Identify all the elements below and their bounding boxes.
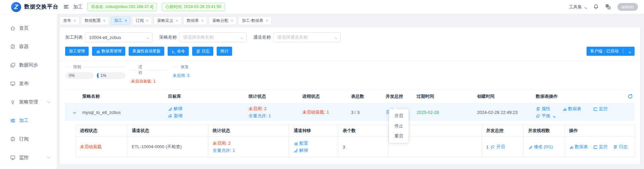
toolset-label: 工具集 (569, 4, 582, 10)
tab-label: 策略分配 (212, 18, 228, 24)
sidebar-item-monitoring[interactable]: 监控 (0, 148, 57, 167)
balance-dropdown[interactable]: 平衡 (536, 113, 618, 119)
table-attr-auto-update-button[interactable]: 表属性自动更新 (129, 47, 164, 56)
monitor-link[interactable]: 监控 (593, 144, 608, 150)
start-toggle-link[interactable]: 开启 (490, 144, 505, 150)
tab-strategy-define[interactable]: 策略定义× (154, 16, 181, 25)
home-icon (10, 26, 15, 31)
brand-logo: Z (11, 2, 21, 12)
chevron-down-icon (552, 114, 555, 118)
link-icon (294, 149, 298, 153)
close-icon[interactable]: × (266, 18, 268, 23)
stat-disabled: 未启用: 2 (213, 140, 235, 146)
channel-name-select[interactable]: 请选择通道名称 (273, 32, 341, 42)
process-status: 未启动装载: 1 (302, 109, 351, 115)
col-create-time: 创建时间 (477, 93, 536, 99)
sidebar-collapse-icon[interactable] (63, 4, 69, 10)
tab-data-table[interactable]: 数据表× (183, 16, 207, 25)
close-icon[interactable]: × (201, 18, 204, 23)
sidebar-item-processing[interactable]: 加工 (0, 111, 57, 130)
sidebar-item-publish[interactable]: 发布 (0, 74, 57, 93)
processing-panel: 加工列表 10004-etl_zcbus 策略名称 请选择策略名称 通道名称 请… (60, 28, 640, 164)
menu-item-restart[interactable]: 重启 (389, 131, 409, 141)
toolbar: 加工管理 数据库管理 表属性自动更新 命令 日志 统计 客户端：已启动 (65, 47, 635, 56)
app-name: 数据交换平台 (24, 3, 58, 10)
col-target-db: 目标库 (168, 93, 249, 99)
tab-data-config[interactable]: 数据配置× (81, 16, 109, 25)
sidebar-item-data-sync[interactable]: 数据同步 (0, 56, 57, 74)
close-icon[interactable]: × (231, 18, 233, 23)
language-switch-icon[interactable] (605, 4, 611, 10)
tab-label: 发布 (63, 18, 71, 24)
client-status-button[interactable]: 客户端：已启动 (587, 47, 635, 56)
menu-item-stop[interactable]: 停止 (389, 121, 409, 131)
process-label: 进程 (138, 64, 145, 76)
channel-name-label: 通道名称 (253, 34, 271, 40)
sidebar-item-home[interactable]: 首页 (0, 19, 57, 37)
user-avatar[interactable]: admin (617, 3, 638, 11)
close-icon[interactable]: × (146, 18, 148, 23)
filter-row: 加工列表 10004-etl_zcbus 策略名称 请选择策略名称 通道名称 请… (65, 32, 635, 42)
link-label: 修改 (0/1) (534, 144, 553, 150)
button-label: 统计 (220, 48, 228, 54)
data-table-link[interactable]: 数据表 (562, 106, 581, 112)
topbar: Z 数据交换平台 加工 容器名: zcbus[zcbus:192.168.37.… (0, 0, 644, 14)
database-manage-button[interactable]: 数据库管理 (92, 47, 125, 56)
bulb-icon (10, 99, 15, 105)
close-icon[interactable]: × (176, 18, 178, 23)
log-button[interactable]: 日志 (192, 47, 213, 56)
start-stop-menu: 开启 停止 重启 (389, 109, 409, 143)
sidebar-item-subscribe[interactable]: 订阅 (0, 130, 57, 148)
document-icon (196, 49, 200, 53)
close-icon[interactable]: × (125, 18, 127, 23)
log-link[interactable]: 日志 (613, 144, 628, 150)
limit-progress-bar-2: 1% (97, 72, 125, 79)
close-icon[interactable]: × (103, 18, 105, 23)
data-table-link[interactable]: 数据表 (569, 144, 588, 150)
tab-strategy-assign[interactable]: 策略分配× (209, 16, 237, 25)
unbind-link[interactable]: 解绑 (168, 106, 249, 112)
notification-bell-icon[interactable] (593, 4, 599, 10)
sidebar-item-label: 容器 (19, 44, 29, 50)
container-badge: 容器名: zcbus[zcbus:192.168.37.4] (87, 3, 157, 11)
tab-processing-data-table[interactable]: 加工-数据表× (239, 16, 271, 25)
button-label: 数据库管理 (101, 48, 122, 54)
link-label: 属性 (542, 106, 550, 112)
table-count: 3 (338, 137, 388, 157)
sidebar-item-label: 策略管理 (19, 99, 38, 105)
file-icon (613, 145, 617, 149)
menu-item-start[interactable]: 开启 (389, 111, 409, 121)
attr-link[interactable]: 属性 (536, 106, 550, 112)
stat-disabled: 未启用: 2 (249, 106, 302, 112)
refresh-icon[interactable] (628, 94, 633, 99)
tab-label: 数据配置 (85, 18, 101, 24)
config-link[interactable]: 配置 (294, 140, 308, 146)
col-table-ops: 数据表操作 (536, 93, 618, 99)
command-button[interactable]: 命令 (168, 47, 189, 56)
process-manage-button[interactable]: 加工管理 (65, 47, 89, 56)
tab-publish[interactable]: 发布× (60, 16, 79, 25)
open-tabs-bar: 发布× 数据配置× 加工× 订阅× 策略定义× 数据表× 策略分配× 加工-数据… (60, 16, 640, 25)
edit-threads-link[interactable]: 修改 (0/1) (528, 144, 553, 150)
link-icon (168, 107, 172, 111)
sidebar-item-strategy-mgmt[interactable]: 策略管理 (0, 93, 57, 111)
create-time: 2024-02-28 22:49:23 (477, 110, 536, 115)
link-label: 数据表 (575, 144, 588, 150)
expand-caret-icon[interactable] (72, 110, 76, 114)
process-list-select[interactable]: 10004-etl_zcbus (85, 32, 153, 42)
col-channel-status: 通道状态 (127, 125, 208, 137)
link-label: 数据表 (568, 106, 581, 112)
close-icon[interactable]: × (74, 18, 76, 23)
stats-button[interactable]: 统计 (217, 47, 232, 56)
monitor-link[interactable]: 监控 (593, 106, 608, 112)
monitor-icon (10, 155, 15, 160)
add-link[interactable]: 新增 (168, 113, 249, 119)
tab-processing[interactable]: 加工× (111, 16, 130, 25)
toolset-dropdown[interactable]: 工具集 (569, 4, 587, 10)
sidebar-item-container[interactable]: 容器 (0, 37, 57, 56)
copy-icon (10, 62, 15, 68)
button-label: 表属性自动更新 (132, 48, 161, 54)
unbind-link[interactable]: 解绑 (294, 147, 308, 154)
tab-subscribe[interactable]: 订阅× (132, 16, 152, 25)
strategy-name-select[interactable]: 请选择策略名称 (179, 32, 247, 42)
